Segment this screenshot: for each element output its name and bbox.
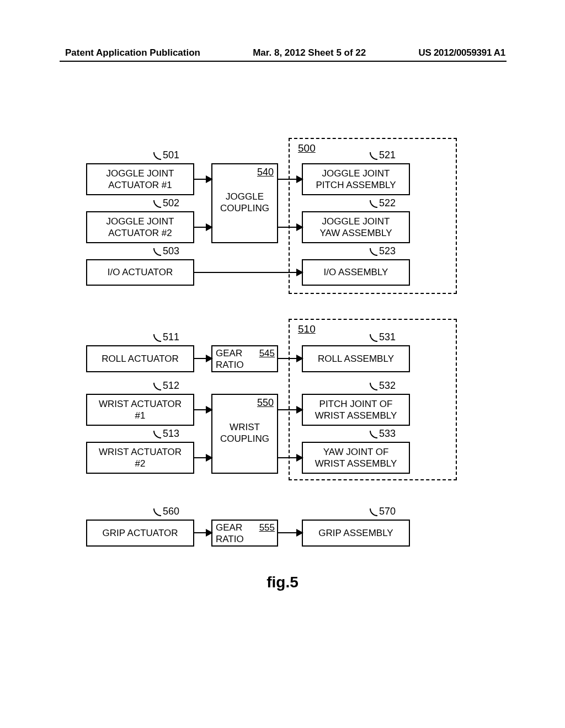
box-503: I/O ACTUATOR	[86, 259, 194, 286]
ref-532: 532	[370, 380, 396, 392]
box-540-line1: JOGGLE	[212, 191, 277, 202]
ref-550: 550	[257, 397, 274, 409]
box-555-line2: RATIO	[216, 533, 244, 545]
arrow-head	[296, 269, 303, 276]
arrow-head	[206, 175, 213, 183]
box-511: ROLL ACTUATOR	[86, 345, 194, 372]
arrow-head	[206, 529, 213, 537]
arrow-head	[206, 406, 213, 414]
ref-511: 511	[153, 331, 179, 343]
box-550-line1: WRIST	[212, 421, 277, 433]
ref-540: 540	[257, 166, 274, 179]
arrow-head	[206, 454, 213, 462]
box-550: 550 WRIST COUPLING	[211, 394, 278, 474]
box-570: GRIP ASSEMBLY	[302, 520, 410, 547]
arrow-head	[296, 355, 303, 362]
ref-510: 510	[298, 323, 316, 335]
arrow-head	[296, 223, 303, 231]
arrow-head	[206, 223, 213, 231]
ref-531: 531	[370, 331, 396, 343]
box-540-line2: COUPLING	[212, 202, 277, 214]
box-545-line2: RATIO	[216, 359, 244, 371]
box-532: PITCH JOINT OF WRIST ASSEMBLY	[302, 394, 410, 426]
box-501: JOGGLE JOINT ACTUATOR #1	[86, 163, 194, 195]
box-533: YAW JOINT OF WRIST ASSEMBLY	[302, 442, 410, 474]
box-555: GEAR555 RATIO	[211, 520, 278, 547]
ref-501: 501	[153, 149, 179, 161]
ref-502: 502	[153, 197, 179, 209]
box-550-line2: COUPLING	[212, 433, 277, 445]
box-545: GEAR545 RATIO	[211, 345, 278, 372]
arrow-head	[296, 454, 303, 462]
box-545-line1: GEAR	[216, 347, 242, 359]
arrow-head	[296, 406, 303, 414]
box-523: I/O ASSEMBLY	[302, 259, 410, 286]
ref-522: 522	[370, 197, 396, 209]
ref-512: 512	[153, 380, 179, 392]
ref-560: 560	[153, 506, 179, 517]
ref-503: 503	[153, 245, 179, 257]
box-522: JOGGLE JOINT YAW ASSEMBLY	[302, 211, 410, 243]
ref-533: 533	[370, 428, 396, 440]
box-531: ROLL ASSEMBLY	[302, 345, 410, 372]
box-540: 540 JOGGLE COUPLING	[211, 163, 278, 243]
ref-513: 513	[153, 428, 179, 440]
arrow-head	[206, 355, 213, 362]
figure-caption: fig.5	[0, 574, 565, 591]
diagram: 500 JOGGLE JOINT ACTUATOR #1 501 JOGGLE …	[0, 0, 565, 728]
box-521: JOGGLE JOINT PITCH ASSEMBLY	[302, 163, 410, 195]
box-560: GRIP ACTUATOR	[86, 520, 194, 547]
ref-570: 570	[370, 506, 396, 517]
ref-555: 555	[259, 522, 275, 533]
ref-545: 545	[259, 347, 275, 359]
ref-521: 521	[370, 149, 396, 161]
arrow-head	[296, 529, 303, 537]
box-555-line1: GEAR	[216, 522, 242, 533]
ref-523: 523	[370, 245, 396, 257]
box-513: WRIST ACTUATOR #2	[86, 442, 194, 474]
box-512: WRIST ACTUATOR #1	[86, 394, 194, 426]
arrow	[194, 272, 302, 273]
ref-500: 500	[298, 142, 316, 154]
arrow-head	[296, 175, 303, 183]
box-502: JOGGLE JOINT ACTUATOR #2	[86, 211, 194, 243]
